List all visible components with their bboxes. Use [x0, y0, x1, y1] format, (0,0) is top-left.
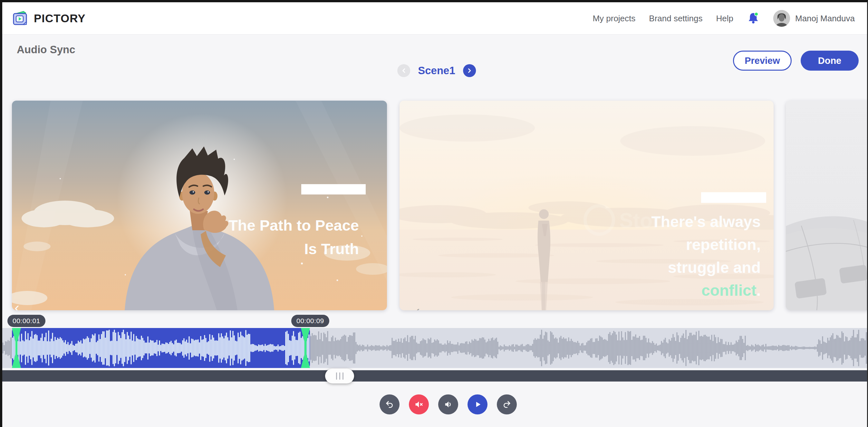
play-button[interactable] [467, 394, 488, 415]
waveform-selection-region[interactable] [12, 328, 310, 368]
scene-card-1[interactable]: The Path to Peace Is Truth ‹ [12, 101, 387, 310]
audio-sync-page: PICTORY My projects Brand settings Help [0, 0, 868, 427]
scene-navigator: Scene1 [397, 64, 476, 77]
nav-brand-settings[interactable]: Brand settings [649, 13, 703, 24]
timeline-scrollbar-handle[interactable] [325, 369, 354, 383]
top-nav-links: My projects Brand settings Help [592, 2, 855, 34]
top-navigation-bar: PICTORY My projects Brand settings Help [2, 2, 867, 34]
chevron-right-icon [466, 67, 473, 74]
pictory-logo-icon [11, 10, 29, 27]
user-name: Manoj Manduva [795, 13, 855, 24]
selection-end-time-badge: 00:00:09 [291, 315, 329, 327]
volume-icon [443, 400, 453, 409]
card-2-prev-arrow-icon[interactable]: ‹ [415, 303, 420, 310]
scene-2-caption: There's always repetition, struggle and … [651, 210, 761, 302]
user-avatar [773, 10, 790, 27]
playback-controls [379, 394, 517, 415]
page-title: Audio Sync [17, 44, 75, 56]
scene-3-artwork [786, 101, 868, 310]
card-1-prev-arrow-icon[interactable]: ‹ [14, 300, 19, 310]
scene-card-2[interactable]: Stor There's always repetition, struggle… [400, 101, 774, 310]
notifications-bell-icon[interactable] [747, 11, 760, 26]
nav-my-projects[interactable]: My projects [592, 13, 636, 24]
mute-button[interactable] [409, 394, 429, 415]
scene-card-3[interactable] [786, 101, 868, 310]
undo-button[interactable] [379, 394, 400, 415]
redo-icon [502, 400, 512, 409]
timeline-scrollbar-track[interactable] [2, 370, 867, 381]
scene-1-artwork [12, 101, 387, 310]
audio-waveform-track[interactable] [2, 328, 867, 368]
user-menu[interactable]: Manoj Manduva [773, 10, 855, 27]
play-icon [473, 400, 482, 409]
brand-logo[interactable]: PICTORY [11, 2, 86, 34]
selection-start-time-badge: 00:00:01 [7, 315, 45, 327]
prev-scene-button[interactable] [397, 64, 410, 77]
chevron-left-icon [400, 67, 407, 74]
undo-icon [385, 400, 394, 409]
nav-help[interactable]: Help [716, 13, 733, 24]
brand-name: PICTORY [34, 12, 86, 25]
preview-button[interactable]: Preview [733, 51, 792, 70]
unread-dot [754, 12, 758, 16]
scene-label: Scene1 [418, 64, 455, 77]
mute-icon [414, 400, 424, 409]
done-button[interactable]: Done [801, 51, 859, 70]
scene-1-caption: The Path to Peace Is Truth [228, 214, 359, 261]
redo-button[interactable] [497, 394, 517, 415]
volume-button[interactable] [438, 394, 458, 415]
caption-highlight-bar [301, 184, 366, 195]
next-scene-button[interactable] [463, 64, 476, 77]
caption-highlight-bar [701, 192, 766, 203]
selected-waveform [12, 328, 310, 368]
